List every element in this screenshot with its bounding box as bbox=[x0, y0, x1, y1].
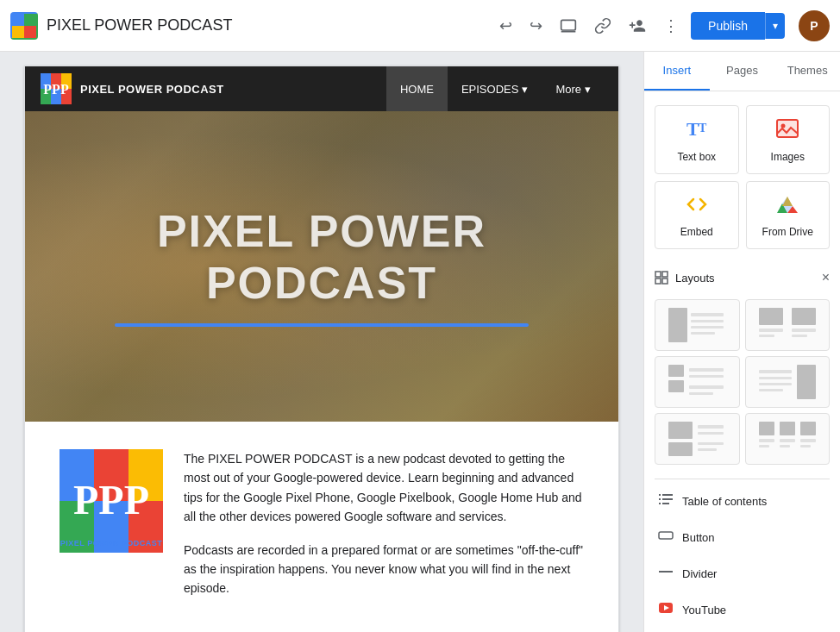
nav-link-home[interactable]: HOME bbox=[386, 66, 448, 111]
layout-item-5[interactable] bbox=[655, 413, 740, 465]
content-paragraph-1: The PIXEL POWER PODCAST is a new podcast… bbox=[184, 449, 584, 527]
undo-button[interactable]: ↩ bbox=[494, 11, 517, 41]
svg-rect-72 bbox=[659, 532, 673, 539]
insert-text-box[interactable]: T T Text box bbox=[655, 105, 739, 174]
svg-rect-4 bbox=[561, 20, 576, 30]
section-item-toc[interactable]: Table of contents bbox=[655, 483, 830, 519]
text-box-label: Text box bbox=[677, 151, 716, 163]
insert-grid: T T Text box bbox=[655, 105, 830, 249]
svg-rect-43 bbox=[689, 375, 724, 378]
svg-rect-49 bbox=[759, 389, 783, 391]
nav-logo: PPP PIXEL POWER PODCAST bbox=[39, 72, 224, 106]
svg-rect-0 bbox=[12, 14, 24, 26]
insert-from-drive[interactable]: From Drive bbox=[746, 181, 831, 249]
site-hero: PIXEL POWER PODCAST bbox=[25, 111, 618, 422]
svg-rect-1 bbox=[24, 14, 36, 26]
svg-rect-26 bbox=[662, 272, 668, 277]
preview-button[interactable] bbox=[555, 12, 582, 40]
svg-text:PPP: PPP bbox=[73, 477, 149, 522]
svg-rect-42 bbox=[689, 368, 724, 372]
ppp-logo-large: PPP PIXEL POWER PODCAST bbox=[60, 449, 163, 553]
nav-logo-image: PPP bbox=[39, 72, 73, 106]
tab-themes[interactable]: Themes bbox=[774, 52, 840, 91]
more-chevron-icon: ▾ bbox=[585, 83, 591, 96]
divider-label: Divider bbox=[682, 567, 717, 580]
svg-rect-39 bbox=[792, 335, 807, 337]
add-person-button[interactable] bbox=[624, 12, 651, 40]
from-drive-label: From Drive bbox=[762, 226, 813, 238]
publish-group: Publish ▾ bbox=[691, 12, 785, 40]
svg-rect-70 bbox=[659, 503, 661, 504]
svg-rect-65 bbox=[800, 445, 811, 447]
layouts-icon bbox=[655, 271, 668, 285]
svg-rect-31 bbox=[691, 320, 724, 322]
youtube-icon bbox=[658, 600, 674, 619]
avatar[interactable]: P bbox=[799, 10, 830, 41]
svg-rect-64 bbox=[800, 439, 816, 442]
tab-pages[interactable]: Pages bbox=[710, 52, 775, 91]
right-panel: Insert Pages Themes T T Text box bbox=[643, 52, 840, 632]
svg-rect-56 bbox=[698, 448, 717, 451]
layout-item-6[interactable] bbox=[745, 413, 831, 465]
publish-button[interactable]: Publish bbox=[691, 12, 765, 40]
hero-line bbox=[115, 323, 529, 327]
svg-rect-52 bbox=[668, 442, 693, 456]
tab-insert[interactable]: Insert bbox=[644, 52, 710, 91]
insert-embed[interactable]: Embed bbox=[655, 181, 739, 249]
svg-text:PPP: PPP bbox=[43, 82, 69, 97]
section-item-divider[interactable]: Divider bbox=[655, 555, 830, 591]
layouts-close-button[interactable]: × bbox=[822, 270, 830, 285]
svg-rect-37 bbox=[759, 335, 774, 337]
panel-tabs: Insert Pages Themes bbox=[644, 52, 840, 91]
svg-rect-27 bbox=[655, 278, 661, 284]
canvas-area[interactable]: PPP PIXEL POWER PODCAST HOME EPISODES ▾ … bbox=[0, 52, 643, 632]
images-icon bbox=[775, 116, 799, 146]
svg-rect-2 bbox=[12, 26, 24, 38]
toolbar-actions: ↩ ↪ ⋮ Publish ▾ P bbox=[494, 10, 830, 41]
svg-rect-48 bbox=[759, 383, 792, 385]
publish-arrow-button[interactable]: ▾ bbox=[765, 13, 785, 39]
app-title: PIXEL POWER PODCAST bbox=[47, 16, 494, 34]
site-preview: PPP PIXEL POWER PODCAST HOME EPISODES ▾ … bbox=[24, 66, 619, 632]
svg-rect-61 bbox=[759, 445, 769, 447]
site-nav: PPP PIXEL POWER PODCAST HOME EPISODES ▾ … bbox=[25, 66, 618, 111]
more-button[interactable]: ⋮ bbox=[658, 11, 684, 41]
toc-icon bbox=[658, 491, 674, 510]
divider-1 bbox=[655, 479, 830, 479]
svg-rect-32 bbox=[691, 326, 724, 329]
redo-button[interactable]: ↪ bbox=[524, 11, 548, 41]
nav-logo-text: PIXEL POWER PODCAST bbox=[80, 83, 224, 96]
layouts-grid bbox=[655, 299, 830, 465]
embed-icon bbox=[685, 192, 709, 221]
app-icon bbox=[10, 12, 38, 40]
layout-item-4[interactable] bbox=[745, 356, 831, 408]
svg-rect-53 bbox=[698, 425, 724, 429]
button-label: Button bbox=[682, 531, 715, 544]
svg-rect-35 bbox=[792, 308, 816, 325]
images-label: Images bbox=[771, 151, 805, 163]
layout-item-2[interactable] bbox=[745, 299, 831, 351]
layout-item-1[interactable] bbox=[655, 299, 740, 351]
episodes-chevron-icon: ▾ bbox=[522, 83, 528, 96]
svg-text:T: T bbox=[699, 122, 707, 135]
svg-rect-67 bbox=[662, 494, 673, 496]
svg-rect-59 bbox=[800, 422, 816, 435]
svg-rect-68 bbox=[659, 498, 661, 500]
section-item-button[interactable]: Button bbox=[655, 519, 830, 555]
content-paragraph-2: Podcasts are recorded in a prepared form… bbox=[184, 541, 584, 598]
svg-rect-47 bbox=[759, 377, 792, 379]
insert-images[interactable]: Images bbox=[746, 105, 831, 174]
site-content: PPP PIXEL POWER PODCAST The PIXEL POWER … bbox=[25, 422, 618, 632]
embed-label: Embed bbox=[680, 226, 713, 238]
svg-text:PIXEL POWER PODCAST: PIXEL POWER PODCAST bbox=[60, 539, 162, 548]
nav-link-episodes[interactable]: EPISODES ▾ bbox=[448, 66, 542, 111]
link-button[interactable] bbox=[589, 12, 617, 40]
svg-rect-66 bbox=[659, 494, 661, 496]
nav-link-more[interactable]: More ▾ bbox=[542, 66, 605, 111]
svg-rect-3 bbox=[24, 26, 36, 38]
layout-item-3[interactable] bbox=[655, 356, 740, 408]
svg-rect-33 bbox=[691, 332, 715, 335]
svg-rect-40 bbox=[668, 365, 684, 377]
svg-rect-71 bbox=[662, 503, 669, 504]
section-item-youtube[interactable]: YouTube bbox=[655, 591, 830, 628]
